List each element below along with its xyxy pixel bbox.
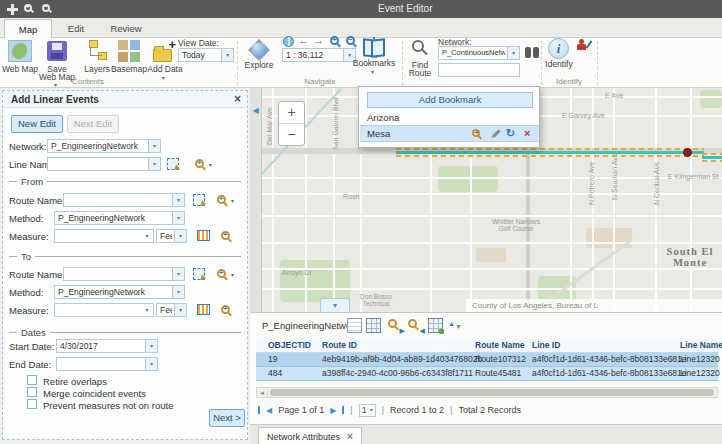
bookmark-edit-icon[interactable] bbox=[492, 129, 500, 137]
layers-icon[interactable] bbox=[86, 40, 110, 62]
from-measure-on-map-icon[interactable] bbox=[197, 230, 210, 241]
to-route-name-select[interactable]: ▾ bbox=[63, 267, 185, 281]
scroll-left-icon[interactable]: ◂ bbox=[257, 388, 268, 397]
panel-close-icon[interactable]: × bbox=[234, 92, 241, 106]
next-extent-icon[interactable]: → bbox=[313, 35, 324, 46]
new-edit-button[interactable]: New Edit bbox=[11, 115, 63, 133]
basemap-icon[interactable] bbox=[118, 40, 140, 62]
full-extent-icon[interactable] bbox=[283, 36, 294, 47]
zoom-out-tool-icon[interactable]: − bbox=[346, 36, 355, 45]
add-records-icon[interactable] bbox=[428, 318, 443, 333]
panel-network-select[interactable]: P_EngineeringNetwork▾ bbox=[47, 139, 161, 153]
table-row[interactable]: 484 a398ff4c-2940-4c00-96b6-c6343f8f1711… bbox=[256, 367, 718, 381]
select-line-on-map-icon[interactable] bbox=[167, 158, 179, 170]
save-web-map-icon[interactable] bbox=[47, 41, 67, 61]
page-select[interactable]: 1▾ bbox=[359, 404, 376, 417]
bookmark-zoom-icon[interactable]: + bbox=[472, 129, 480, 137]
from-method-select[interactable]: P_EngineeringNetwork▾ bbox=[54, 211, 185, 225]
map-zoom-out-button[interactable]: − bbox=[279, 124, 304, 146]
scrollbar-thumb[interactable] bbox=[270, 389, 714, 396]
add-data-label[interactable]: Add Data bbox=[146, 65, 184, 73]
from-route-zoom-dropdown-icon[interactable]: ▾ bbox=[231, 197, 234, 204]
zoom-in-icon[interactable]: + bbox=[24, 4, 32, 12]
selected-route-line[interactable] bbox=[396, 148, 704, 157]
route-point-marker[interactable] bbox=[683, 148, 692, 157]
zoom-in-tool-icon[interactable]: + bbox=[330, 36, 339, 45]
previous-page-button[interactable]: ◀ bbox=[266, 406, 272, 415]
view-date-select[interactable]: Today ▾ bbox=[178, 48, 234, 62]
line-zoom-icon[interactable]: + bbox=[195, 159, 204, 168]
previous-extent-icon[interactable]: ← bbox=[298, 35, 309, 46]
to-select-route-on-map-icon[interactable] bbox=[193, 268, 205, 280]
first-page-button[interactable] bbox=[258, 406, 260, 414]
add-bookmark-button[interactable]: Add Bookmark bbox=[367, 92, 533, 108]
next-edit-button[interactable]: Next Edit bbox=[67, 115, 119, 133]
column-header[interactable]: Line ID bbox=[532, 339, 560, 352]
column-header[interactable]: Line Name bbox=[680, 339, 722, 352]
from-units-select[interactable]: Feet▾ bbox=[156, 229, 187, 243]
from-route-zoom-icon[interactable]: + bbox=[217, 195, 226, 204]
bookmark-item-mesa[interactable]: Mesa + ↻ × bbox=[360, 125, 539, 142]
basemap-label[interactable]: Basemap bbox=[108, 65, 150, 73]
bookmark-refresh-icon[interactable]: ↻ bbox=[506, 126, 515, 141]
identify-label[interactable]: Identify bbox=[542, 60, 576, 68]
line-zoom-dropdown-icon[interactable]: ▾ bbox=[209, 161, 212, 168]
selected-route-line[interactable] bbox=[702, 153, 722, 162]
to-measure-input[interactable]: ▾ bbox=[54, 303, 154, 317]
bookmarks-label[interactable]: Bookmarks bbox=[352, 59, 396, 67]
pan-to-selection-icon[interactable]: ◀ bbox=[408, 318, 423, 333]
merge-coincident-events-checkbox[interactable] bbox=[27, 387, 37, 397]
next-page-button[interactable]: ▶ bbox=[330, 406, 336, 415]
to-units-select[interactable]: Feet▾ bbox=[156, 303, 187, 317]
zoom-to-selection-icon[interactable]: ▶ bbox=[388, 318, 403, 333]
zoom-out-icon[interactable]: − bbox=[42, 4, 50, 12]
from-route-name-select[interactable]: ▾ bbox=[63, 193, 185, 207]
to-route-zoom-icon[interactable]: + bbox=[217, 269, 226, 278]
to-measure-zoom-icon[interactable]: + bbox=[221, 305, 230, 314]
table-collapse-tab[interactable]: ▼ bbox=[320, 298, 350, 312]
network-attributes-tab[interactable]: Network Attributes × bbox=[258, 427, 362, 444]
web-map-icon[interactable] bbox=[8, 40, 32, 62]
map-zoom-in-button[interactable]: + bbox=[279, 102, 304, 124]
save-web-map-dropdown-icon[interactable]: ▾ bbox=[54, 81, 57, 88]
table-row[interactable]: 19 4eb9419b-af9b-4d04-ab89-1d403476802b … bbox=[256, 353, 718, 367]
bookmark-delete-icon[interactable]: × bbox=[524, 126, 530, 141]
web-map-label[interactable]: Web Map bbox=[1, 65, 39, 73]
identify-route-icon[interactable] bbox=[576, 39, 588, 51]
sort-records-icon[interactable]: ▲▼ bbox=[448, 318, 463, 333]
explore-icon[interactable] bbox=[247, 38, 271, 62]
bookmark-item-arizona[interactable]: Arizona bbox=[360, 110, 539, 125]
left-panel-collapse-strip[interactable]: ◀ bbox=[250, 88, 262, 312]
bookmarks-dropdown-icon[interactable]: ▾ bbox=[371, 68, 374, 75]
tab-close-icon[interactable]: × bbox=[347, 431, 353, 442]
line-name-select[interactable]: ▾ bbox=[47, 157, 161, 171]
column-header[interactable]: Route Name bbox=[475, 339, 525, 352]
retire-overlaps-checkbox[interactable] bbox=[27, 375, 37, 385]
column-header[interactable]: OBJECTID bbox=[268, 339, 311, 352]
show-selected-records-icon[interactable] bbox=[347, 318, 362, 333]
tab-edit[interactable]: Edit bbox=[52, 19, 100, 38]
add-data-icon[interactable]: + bbox=[152, 39, 176, 63]
start-date-input[interactable]: 4/30/2017▾ bbox=[56, 339, 158, 353]
next-button[interactable]: Next > bbox=[209, 409, 245, 427]
scale-select[interactable]: 1 : 36.112 ▾ bbox=[282, 48, 356, 62]
show-all-records-icon[interactable] bbox=[366, 318, 381, 333]
last-page-button[interactable] bbox=[342, 406, 344, 414]
identify-icon[interactable]: i bbox=[548, 38, 569, 59]
explore-label[interactable]: Explore bbox=[242, 61, 276, 69]
network-select[interactable]: P_ContinuousNetwork ▾ bbox=[438, 46, 520, 60]
prevent-measures-checkbox[interactable] bbox=[27, 399, 37, 409]
from-measure-zoom-icon[interactable]: + bbox=[221, 231, 230, 240]
column-header[interactable]: Route ID bbox=[322, 339, 357, 352]
tab-map[interactable]: Map bbox=[4, 19, 52, 38]
table-horizontal-scrollbar[interactable]: ◂ bbox=[256, 387, 718, 398]
from-select-route-on-map-icon[interactable] bbox=[193, 194, 205, 206]
tab-review[interactable]: Review bbox=[100, 19, 152, 38]
find-route-icon[interactable] bbox=[412, 40, 424, 52]
find-route-label[interactable]: FindRoute bbox=[404, 61, 436, 77]
add-data-dropdown-icon[interactable]: ▾ bbox=[162, 74, 165, 81]
bookmarks-icon[interactable] bbox=[362, 37, 386, 55]
from-measure-input[interactable]: ▾ bbox=[54, 229, 154, 243]
pan-icon[interactable] bbox=[7, 4, 18, 15]
to-measure-on-map-icon[interactable] bbox=[197, 304, 210, 315]
